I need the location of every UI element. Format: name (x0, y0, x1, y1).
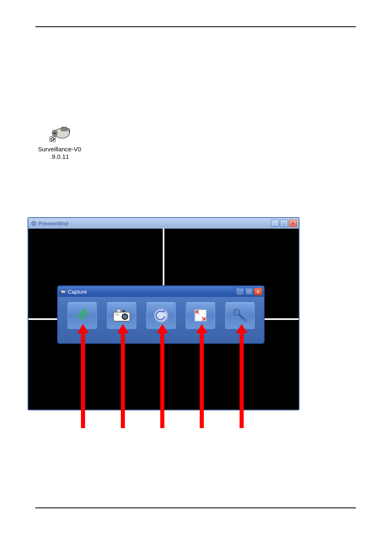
preview-window-controls: _ □ × (271, 220, 297, 227)
playback-icon (153, 307, 169, 324)
svg-rect-7 (63, 290, 65, 291)
camcorder-icon (47, 123, 72, 142)
svg-rect-11 (122, 310, 125, 312)
capture-title: Capture (68, 289, 87, 295)
maximize-button[interactable]: □ (245, 288, 253, 295)
minimize-button[interactable]: _ (236, 288, 244, 295)
svg-point-13 (123, 315, 127, 319)
capture-titlebar[interactable]: Capture _ □ × (58, 286, 264, 297)
desktop-shortcut[interactable]: Surveillance-V0 .9.0.11 (33, 123, 86, 160)
document-page: Surveillance-V0 .9.0.11 ⚙︎ PreviewWnd _ … (0, 0, 392, 556)
callout-arrow-4 (200, 332, 204, 428)
camera-icon (113, 308, 131, 323)
capture-app-icon (60, 288, 66, 295)
running-person-icon (74, 307, 90, 324)
capture-window-controls: _ □ × (236, 288, 262, 295)
svg-rect-14 (115, 314, 119, 315)
preview-titlebar[interactable]: ⚙︎ PreviewWnd _ □ × (28, 218, 299, 229)
top-divider (35, 26, 356, 27)
svg-line-23 (234, 310, 235, 310)
callout-arrow-5 (240, 332, 244, 428)
svg-rect-10 (117, 309, 121, 312)
settings-icon (232, 307, 248, 324)
svg-point-4 (63, 128, 65, 130)
callout-arrow-2 (121, 332, 125, 428)
minimize-button[interactable]: _ (271, 220, 279, 227)
svg-point-8 (82, 309, 85, 312)
close-button[interactable]: × (254, 288, 262, 295)
shortcut-label: Surveillance-V0 .9.0.11 (33, 146, 86, 160)
close-button[interactable]: × (289, 220, 297, 227)
bottom-divider (35, 507, 356, 508)
maximize-button[interactable]: □ (280, 220, 288, 227)
callout-arrow-1 (81, 332, 85, 428)
expand-icon (193, 308, 208, 323)
callout-arrow-3 (160, 332, 164, 428)
app-icon: ⚙︎ (31, 220, 37, 227)
svg-point-2 (53, 132, 56, 134)
svg-line-26 (238, 310, 239, 310)
svg-line-25 (234, 314, 235, 315)
preview-title: PreviewWnd (38, 220, 68, 227)
